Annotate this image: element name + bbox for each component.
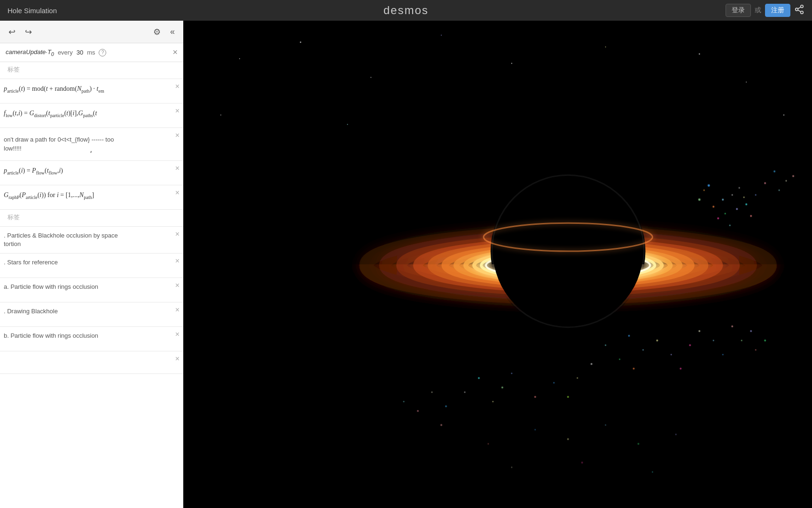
expr-comment: on't draw a path for 0<t<t_{flow} ------… <box>4 135 164 152</box>
desmos-logo: desmos <box>383 4 429 17</box>
share-button[interactable] <box>794 4 804 17</box>
svg-point-79 <box>501 387 503 389</box>
ticker-row: cameraUpdate·T0 every 30 ms ? × <box>0 43 183 62</box>
svg-point-100 <box>488 443 489 444</box>
ticker-help-button[interactable]: ? <box>99 49 106 56</box>
expression-item[interactable]: particle(t) = mod(t + random(Npath) · te… <box>0 79 183 103</box>
svg-point-60 <box>773 170 775 172</box>
svg-point-8 <box>239 58 240 59</box>
ticker-close-button[interactable]: × <box>172 48 178 57</box>
svg-point-68 <box>619 358 620 360</box>
svg-point-82 <box>464 391 466 393</box>
svg-point-94 <box>417 410 419 412</box>
expression-item: 标签 <box>0 210 183 227</box>
collapse-button[interactable]: « <box>167 25 178 39</box>
or-separator: 或 <box>755 6 761 15</box>
expr-close-button[interactable]: × <box>175 306 180 314</box>
svg-point-87 <box>731 325 733 327</box>
svg-point-61 <box>786 180 787 182</box>
svg-point-10 <box>370 77 371 78</box>
svg-point-78 <box>511 373 512 374</box>
blackhole-visualization <box>183 21 812 508</box>
expr-close-button[interactable]: × <box>175 107 180 115</box>
expr-close-button[interactable]: × <box>175 282 180 289</box>
svg-point-12 <box>511 63 512 64</box>
svg-point-72 <box>605 344 606 346</box>
svg-point-54 <box>703 190 705 191</box>
svg-point-99 <box>605 424 606 426</box>
expr-label: 标签 <box>4 65 23 74</box>
svg-point-74 <box>577 377 578 379</box>
svg-point-47 <box>732 194 733 196</box>
expression-item[interactable]: GraphP(Particle(i)) for i = [1,...,Npath… <box>0 185 183 210</box>
svg-point-57 <box>750 215 752 217</box>
expressions-list[interactable]: 标签 particle(t) = mod(t + random(Npath) ·… <box>0 62 183 508</box>
ticker-ms: ms <box>87 49 95 56</box>
login-button[interactable]: 登录 <box>726 4 751 17</box>
undo-button[interactable]: ↩ <box>6 25 18 39</box>
svg-point-15 <box>746 82 747 83</box>
svg-point-0 <box>801 5 804 8</box>
svg-point-88 <box>741 340 742 341</box>
svg-point-102 <box>675 434 677 435</box>
main-layout: ↩ ↪ ⚙ « cameraUpdate·T0 every 30 ms ? × … <box>0 21 812 508</box>
expr-math: particle(t) = mod(t + random(Npath) · te… <box>4 84 164 95</box>
expr-close-button[interactable]: × <box>175 331 180 338</box>
expr-close-button[interactable]: × <box>175 230 180 238</box>
svg-point-97 <box>534 429 536 430</box>
expression-item[interactable]: flow(t,i) = Gdistort(tparticle(t)[i],Gpa… <box>0 103 183 128</box>
expression-item[interactable]: a. Particle flow with rings occlusion × <box>0 278 183 302</box>
svg-point-75 <box>567 396 569 398</box>
svg-point-51 <box>743 197 745 198</box>
register-button[interactable]: 注册 <box>765 4 790 17</box>
expressions-panel: ↩ ↪ ⚙ « cameraUpdate·T0 every 30 ms ? × … <box>0 21 183 508</box>
expr-close-button[interactable]: × <box>175 189 180 197</box>
settings-button[interactable]: ⚙ <box>150 25 164 39</box>
redo-button[interactable]: ↪ <box>22 25 35 39</box>
expr-math: particle(i) = Pflow(tflow,i) <box>4 166 164 176</box>
expr-label: 标签 <box>4 213 23 222</box>
svg-point-17 <box>347 124 348 125</box>
expression-item: 标签 <box>0 62 183 79</box>
expression-item[interactable]: b. Particle flow with rings occlusion × <box>0 327 183 351</box>
expression-item[interactable]: . Particles & Blackhole occlusion by spa… <box>0 227 183 254</box>
expr-comment: b. Particle flow with rings occlusion <box>4 332 164 340</box>
toolbar: ↩ ↪ ⚙ « <box>0 21 183 43</box>
svg-point-103 <box>511 467 512 468</box>
expr-close-button[interactable]: × <box>175 257 180 265</box>
expression-item[interactable]: particle(i) = Pflow(tflow,i) × <box>0 161 183 185</box>
svg-point-81 <box>478 377 480 379</box>
svg-point-18 <box>783 114 784 115</box>
expression-item[interactable]: × <box>0 351 183 374</box>
expression-item[interactable]: on't draw a path for 0<t<t_{flow} ------… <box>0 128 183 161</box>
svg-point-85 <box>679 368 681 370</box>
expr-comment: . Drawing Blackhole <box>4 307 164 316</box>
svg-point-64 <box>792 175 794 177</box>
expr-close-button[interactable]: × <box>175 165 180 172</box>
expr-close-button[interactable]: × <box>175 132 180 139</box>
topbar: Hole Simulation desmos 登录 或 注册 <box>0 0 812 21</box>
svg-point-71 <box>689 344 691 346</box>
svg-point-105 <box>652 471 653 473</box>
svg-point-13 <box>605 47 606 48</box>
svg-point-95 <box>403 401 405 402</box>
expression-item[interactable]: . Stars for reference × <box>0 254 183 278</box>
svg-point-66 <box>642 349 644 350</box>
page-title: Hole Simulation <box>8 7 57 15</box>
svg-point-80 <box>492 401 494 402</box>
expr-math: flow(t,i) = Gdistort(tparticle(t)[i],Gpa… <box>4 108 164 119</box>
canvas-area <box>183 21 812 508</box>
svg-point-98 <box>567 438 569 440</box>
svg-point-93 <box>431 391 433 393</box>
svg-line-3 <box>798 10 801 12</box>
svg-point-14 <box>699 53 700 55</box>
svg-point-53 <box>729 225 731 226</box>
expression-item[interactable]: . Drawing Blackhole × <box>0 302 183 327</box>
svg-point-52 <box>717 217 719 219</box>
expr-close-button[interactable]: × <box>175 83 180 90</box>
svg-point-67 <box>656 340 658 341</box>
expr-close-button[interactable]: × <box>175 355 180 363</box>
svg-point-62 <box>764 182 766 184</box>
svg-point-11 <box>441 35 442 36</box>
svg-point-84 <box>713 340 714 341</box>
